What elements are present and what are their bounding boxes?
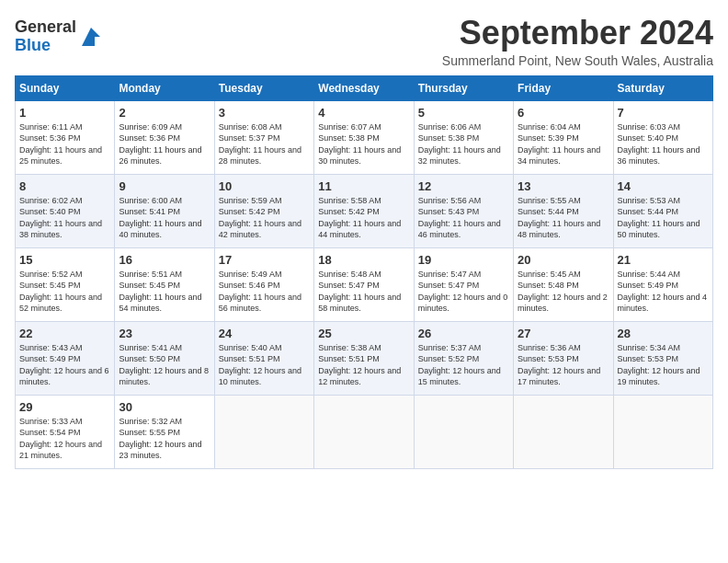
day-info: Sunrise: 5:41 AM Sunset: 5:50 PM Dayligh…	[119, 342, 210, 388]
day-info: Sunrise: 5:45 AM Sunset: 5:48 PM Dayligh…	[518, 269, 609, 315]
day-info: Sunrise: 5:49 AM Sunset: 5:46 PM Dayligh…	[219, 269, 310, 315]
daylight-label: Daylight: 11 hours and 30 minutes.	[318, 145, 401, 167]
calendar-cell: 12 Sunrise: 5:56 AM Sunset: 5:43 PM Dayl…	[414, 174, 513, 247]
sunset-label: Sunset: 5:47 PM	[418, 281, 480, 290]
sunset-label: Sunset: 5:45 PM	[19, 281, 81, 290]
sunrise-label: Sunrise: 6:11 AM	[19, 122, 83, 132]
calendar-table: SundayMondayTuesdayWednesdayThursdayFrid…	[15, 75, 713, 469]
sunset-label: Sunset: 5:42 PM	[318, 207, 380, 216]
location-subtitle: Summerland Point, New South Wales, Austr…	[442, 53, 713, 68]
day-number: 3	[219, 106, 310, 120]
daylight-label: Daylight: 11 hours and 34 minutes.	[518, 145, 600, 167]
day-number: 29	[19, 400, 110, 414]
calendar-cell: 13 Sunrise: 5:55 AM Sunset: 5:44 PM Dayl…	[514, 174, 613, 247]
sunrise-label: Sunrise: 5:59 AM	[219, 196, 282, 205]
calendar-cell: 30 Sunrise: 5:32 AM Sunset: 5:55 PM Dayl…	[115, 395, 214, 468]
sunset-label: Sunset: 5:54 PM	[19, 428, 81, 437]
day-info: Sunrise: 5:38 AM Sunset: 5:51 PM Dayligh…	[318, 342, 409, 388]
sunrise-label: Sunrise: 5:47 AM	[418, 270, 482, 279]
sunrise-label: Sunrise: 5:49 AM	[219, 270, 282, 279]
daylight-label: Daylight: 11 hours and 32 minutes.	[418, 145, 501, 167]
calendar-cell: 11 Sunrise: 5:58 AM Sunset: 5:42 PM Dayl…	[314, 174, 414, 247]
sunrise-label: Sunrise: 5:38 AM	[318, 343, 381, 352]
sunset-label: Sunset: 5:53 PM	[518, 354, 579, 363]
calendar-cell: 9 Sunrise: 6:00 AM Sunset: 5:41 PM Dayli…	[115, 174, 214, 247]
sunset-label: Sunset: 5:38 PM	[318, 133, 380, 143]
day-number: 1	[19, 106, 110, 120]
sunset-label: Sunset: 5:49 PM	[618, 281, 679, 290]
daylight-label: Daylight: 11 hours and 48 minutes.	[518, 219, 600, 240]
sunset-label: Sunset: 5:51 PM	[318, 354, 380, 363]
logo-blue-text: Blue	[15, 36, 51, 54]
calendar-cell: 3 Sunrise: 6:08 AM Sunset: 5:37 PM Dayli…	[214, 100, 313, 174]
day-info: Sunrise: 5:51 AM Sunset: 5:45 PM Dayligh…	[119, 269, 210, 315]
daylight-label: Daylight: 11 hours and 42 minutes.	[219, 219, 301, 240]
day-number: 16	[119, 253, 210, 267]
day-number: 10	[219, 179, 310, 193]
day-number: 18	[318, 253, 409, 267]
daylight-label: Daylight: 11 hours and 56 minutes.	[219, 293, 301, 314]
day-number: 13	[518, 179, 609, 193]
calendar-cell: 6 Sunrise: 6:04 AM Sunset: 5:39 PM Dayli…	[514, 100, 613, 174]
day-info: Sunrise: 5:44 AM Sunset: 5:49 PM Dayligh…	[618, 269, 709, 315]
sunset-label: Sunset: 5:45 PM	[119, 281, 180, 290]
calendar-cell: 2 Sunrise: 6:09 AM Sunset: 5:36 PM Dayli…	[115, 100, 214, 174]
daylight-label: Daylight: 12 hours and 19 minutes.	[618, 366, 700, 387]
calendar-cell: 8 Sunrise: 6:02 AM Sunset: 5:40 PM Dayli…	[16, 174, 115, 247]
day-number: 19	[418, 253, 509, 267]
day-number: 25	[318, 327, 409, 340]
day-number: 15	[19, 253, 110, 267]
day-number: 17	[219, 253, 310, 267]
calendar-week-row: 8 Sunrise: 6:02 AM Sunset: 5:40 PM Dayli…	[16, 174, 713, 247]
day-info: Sunrise: 6:00 AM Sunset: 5:41 PM Dayligh…	[119, 195, 210, 241]
sunset-label: Sunset: 5:39 PM	[518, 133, 579, 143]
sunset-label: Sunset: 5:51 PM	[219, 354, 280, 363]
day-number: 2	[119, 106, 210, 120]
sunset-label: Sunset: 5:40 PM	[19, 207, 81, 216]
daylight-label: Daylight: 11 hours and 50 minutes.	[618, 219, 700, 240]
month-title: September 2024	[442, 15, 713, 52]
logo: General Blue	[15, 18, 104, 55]
sunset-label: Sunset: 5:49 PM	[19, 354, 81, 363]
daylight-label: Daylight: 12 hours and 2 minutes.	[518, 293, 608, 314]
sunrise-label: Sunrise: 5:40 AM	[219, 343, 282, 352]
day-number: 26	[418, 327, 509, 340]
day-info: Sunrise: 5:37 AM Sunset: 5:52 PM Dayligh…	[418, 342, 509, 388]
day-info: Sunrise: 6:09 AM Sunset: 5:36 PM Dayligh…	[119, 121, 210, 167]
day-info: Sunrise: 5:40 AM Sunset: 5:51 PM Dayligh…	[219, 342, 310, 388]
daylight-label: Daylight: 12 hours and 17 minutes.	[518, 366, 600, 387]
calendar-cell: 15 Sunrise: 5:52 AM Sunset: 5:45 PM Dayl…	[16, 247, 115, 321]
daylight-label: Daylight: 12 hours and 21 minutes.	[19, 440, 102, 461]
day-info: Sunrise: 5:36 AM Sunset: 5:53 PM Dayligh…	[518, 342, 609, 388]
calendar-cell: 18 Sunrise: 5:48 AM Sunset: 5:47 PM Dayl…	[314, 247, 414, 321]
sunrise-label: Sunrise: 5:48 AM	[318, 270, 381, 279]
day-number: 27	[518, 327, 609, 340]
calendar-cell	[514, 395, 613, 468]
daylight-label: Daylight: 11 hours and 38 minutes.	[19, 219, 102, 240]
day-info: Sunrise: 6:03 AM Sunset: 5:40 PM Dayligh…	[618, 121, 709, 167]
day-number: 30	[119, 400, 210, 414]
calendar-cell	[414, 395, 513, 468]
sunset-label: Sunset: 5:43 PM	[418, 207, 480, 216]
daylight-label: Daylight: 11 hours and 58 minutes.	[318, 293, 401, 314]
sunrise-label: Sunrise: 6:07 AM	[318, 122, 381, 132]
calendar-cell: 19 Sunrise: 5:47 AM Sunset: 5:47 PM Dayl…	[414, 247, 513, 321]
day-info: Sunrise: 5:47 AM Sunset: 5:47 PM Dayligh…	[418, 269, 509, 315]
sunrise-label: Sunrise: 5:36 AM	[518, 343, 581, 352]
day-info: Sunrise: 5:34 AM Sunset: 5:53 PM Dayligh…	[618, 342, 709, 388]
calendar-cell: 1 Sunrise: 6:11 AM Sunset: 5:36 PM Dayli…	[16, 100, 115, 174]
calendar-cell: 29 Sunrise: 5:33 AM Sunset: 5:54 PM Dayl…	[16, 395, 115, 468]
day-number: 28	[618, 327, 709, 340]
day-number: 23	[119, 327, 210, 340]
sunrise-label: Sunrise: 5:43 AM	[19, 343, 83, 352]
day-info: Sunrise: 6:08 AM Sunset: 5:37 PM Dayligh…	[219, 121, 310, 167]
calendar-cell: 4 Sunrise: 6:07 AM Sunset: 5:38 PM Dayli…	[314, 100, 414, 174]
calendar-cell: 16 Sunrise: 5:51 AM Sunset: 5:45 PM Dayl…	[115, 247, 214, 321]
sunrise-label: Sunrise: 5:34 AM	[618, 343, 681, 352]
calendar-cell: 28 Sunrise: 5:34 AM Sunset: 5:53 PM Dayl…	[613, 321, 712, 395]
day-number: 7	[618, 106, 709, 120]
calendar-cell	[214, 395, 313, 468]
daylight-label: Daylight: 12 hours and 15 minutes.	[418, 366, 501, 387]
daylight-label: Daylight: 12 hours and 4 minutes.	[618, 293, 708, 314]
sunrise-label: Sunrise: 5:53 AM	[618, 196, 681, 205]
